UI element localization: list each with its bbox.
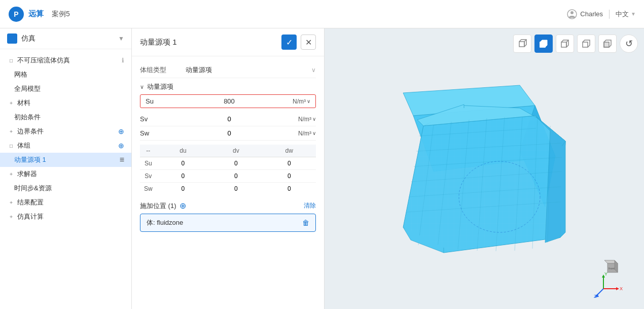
cube-solid-icon bbox=[539, 39, 549, 49]
sidebar-item-result-config[interactable]: ＋ 结果配置 bbox=[0, 195, 131, 210]
check-icon: ✓ bbox=[286, 38, 293, 47]
panel-title: 动量源项 1 bbox=[140, 38, 177, 47]
matrix-su-dw[interactable] bbox=[263, 157, 316, 170]
matrix-table: -- du dv dw Su Sv bbox=[140, 145, 316, 195]
matrix-su-dv[interactable] bbox=[209, 157, 262, 170]
item-label: 边界条件 bbox=[17, 127, 118, 136]
matrix-sw-du[interactable] bbox=[157, 183, 210, 195]
sidebar-item-sim-calc[interactable]: ＋ 仿真计算 bbox=[0, 210, 131, 224]
cube-edge-icon bbox=[581, 39, 591, 49]
item-label: 结果配置 bbox=[17, 198, 124, 207]
matrix-sv-dv[interactable] bbox=[209, 170, 262, 183]
view-wire-button[interactable] bbox=[556, 35, 574, 53]
expand-icon: ＋ bbox=[7, 99, 15, 107]
section-label: 动量源项 bbox=[147, 82, 173, 91]
menu-icon[interactable]: ≡ bbox=[120, 155, 124, 164]
param-su-unit-chevron-icon[interactable]: ∨ bbox=[307, 98, 310, 104]
add-volume-icon[interactable]: ⊕ bbox=[118, 142, 124, 150]
matrix-sw-dv[interactable] bbox=[209, 183, 262, 195]
apply-item-text: 体: fluidzone bbox=[147, 218, 183, 227]
view-alt-button[interactable] bbox=[598, 35, 617, 53]
svg-text:P: P bbox=[14, 10, 18, 18]
matrix-col-dw: dw bbox=[263, 145, 316, 157]
sidebar-header: 仿真 ▼ bbox=[0, 28, 131, 49]
param-sv-key: Sv bbox=[140, 115, 160, 123]
item-label: 初始条件 bbox=[14, 113, 124, 122]
expand-icon: ＋ bbox=[7, 213, 15, 221]
apply-add-icon[interactable]: ⊕ bbox=[180, 201, 186, 211]
lang-switcher[interactable]: 中文 ▼ bbox=[616, 10, 636, 19]
matrix-row-sv: Sv bbox=[140, 170, 316, 183]
apply-clear-button[interactable]: 清除 bbox=[304, 201, 316, 210]
apply-item-delete-icon[interactable]: 🗑 bbox=[302, 219, 309, 227]
matrix-sw-dw[interactable] bbox=[263, 183, 316, 195]
param-sw-input[interactable] bbox=[160, 129, 298, 137]
sidebar-item-initial-cond[interactable]: 初始条件 bbox=[0, 110, 131, 124]
header: P 远算 案例5 Charles 中文 ▼ bbox=[0, 0, 644, 28]
param-sv-input[interactable] bbox=[160, 115, 298, 123]
view-outline-button[interactable] bbox=[513, 35, 531, 53]
param-sv-unit: N/m³ ∨ bbox=[298, 116, 316, 123]
param-sw-unit: N/m³ ∨ bbox=[298, 130, 316, 137]
param-su-key: Su bbox=[146, 97, 166, 105]
param-su-unit: N/m³ ∨ bbox=[293, 98, 310, 105]
matrix-su-du[interactable] bbox=[157, 157, 210, 170]
sidebar-item-timestep[interactable]: 时间步&资源 bbox=[0, 181, 131, 195]
param-su-input[interactable] bbox=[166, 97, 293, 105]
user-info[interactable]: Charles bbox=[567, 9, 603, 19]
sidebar: 仿真 ▼ □ 不可压缩流体仿真 ℹ 网格 全局模型 ＋ 材料 bbox=[0, 28, 132, 309]
expand-icon: □ bbox=[7, 142, 15, 150]
item-label: 动量源项 1 bbox=[14, 155, 120, 164]
view-solid-button[interactable] bbox=[534, 35, 553, 53]
param-su-table: Su N/m³ ∨ bbox=[140, 94, 316, 108]
view-edge-button[interactable] bbox=[577, 35, 595, 53]
confirm-button[interactable]: ✓ bbox=[281, 35, 297, 50]
sidebar-item-incompressible[interactable]: □ 不可压缩流体仿真 ℹ bbox=[0, 53, 131, 67]
expand-icon: □ bbox=[7, 56, 15, 64]
volume-type-chevron-icon[interactable]: ∨ bbox=[311, 66, 316, 74]
user-avatar-icon bbox=[567, 9, 577, 19]
lang-label: 中文 bbox=[616, 10, 629, 19]
main-layout: 仿真 ▼ □ 不可压缩流体仿真 ℹ 网格 全局模型 ＋ 材料 bbox=[0, 28, 644, 309]
matrix-row-sw: Sw bbox=[140, 183, 316, 195]
svg-text:Z: Z bbox=[594, 294, 597, 299]
param-sv-row: Sv N/m³ ∨ bbox=[140, 112, 316, 126]
add-boundary-icon[interactable]: ⊕ bbox=[118, 127, 124, 135]
sidebar-item-global-model[interactable]: 全局模型 bbox=[0, 82, 131, 96]
3d-mesh-shape bbox=[363, 65, 606, 283]
volume-type-label: 体组类型 bbox=[140, 65, 186, 75]
cancel-button[interactable]: ✕ bbox=[301, 35, 316, 50]
sidebar-item-solver[interactable]: ＋ 求解器 bbox=[0, 167, 131, 181]
refresh-button[interactable]: ↺ bbox=[620, 35, 638, 53]
sidebar-item-momentum-source[interactable]: 动量源项 1 ≡ bbox=[0, 153, 131, 167]
sidebar-collapse-icon[interactable]: ▼ bbox=[118, 35, 124, 42]
sidebar-item-mesh[interactable]: 网格 bbox=[0, 67, 131, 82]
matrix-row-su-label: Su bbox=[140, 157, 157, 170]
panel-body: 体组类型 动量源项 ∨ ∨ 动量源项 Su N/m³ ∨ bbox=[132, 56, 324, 309]
matrix-sv-dw[interactable] bbox=[263, 170, 316, 183]
axes-svg: front Y Z X bbox=[593, 258, 634, 299]
viewport: ↺ bbox=[325, 28, 644, 309]
panel-actions: ✓ ✕ bbox=[281, 35, 316, 50]
param-sw-unit-chevron-icon[interactable]: ∨ bbox=[312, 130, 316, 136]
cube-outline-icon bbox=[517, 39, 527, 49]
refresh-icon: ↺ bbox=[625, 38, 633, 49]
header-divider bbox=[609, 10, 610, 19]
sidebar-title: 仿真 bbox=[7, 33, 35, 44]
logo[interactable]: P 远算 案例5 bbox=[8, 6, 70, 22]
sidebar-item-boundary-cond[interactable]: ＋ 边界条件 ⊕ bbox=[0, 124, 131, 139]
param-sv-unit-chevron-icon[interactable]: ∨ bbox=[312, 116, 316, 122]
sidebar-item-volume-group[interactable]: □ 体组 ⊕ bbox=[0, 139, 131, 153]
cube-alt-icon bbox=[602, 39, 613, 49]
sidebar-tree: □ 不可压缩流体仿真 ℹ 网格 全局模型 ＋ 材料 初始条件 bbox=[0, 49, 131, 309]
section-chevron-icon: ∨ bbox=[140, 84, 144, 90]
matrix-sv-du[interactable] bbox=[157, 170, 210, 183]
item-label: 仿真计算 bbox=[17, 212, 124, 221]
sidebar-item-material[interactable]: ＋ 材料 bbox=[0, 96, 131, 110]
lang-chevron-icon: ▼ bbox=[631, 11, 636, 17]
matrix-col-dv: dv bbox=[209, 145, 262, 157]
item-label: 全局模型 bbox=[14, 84, 124, 93]
logo-icon: P bbox=[8, 6, 24, 22]
volume-type-value: 动量源项 bbox=[186, 65, 311, 75]
item-label: 网格 bbox=[14, 70, 124, 79]
